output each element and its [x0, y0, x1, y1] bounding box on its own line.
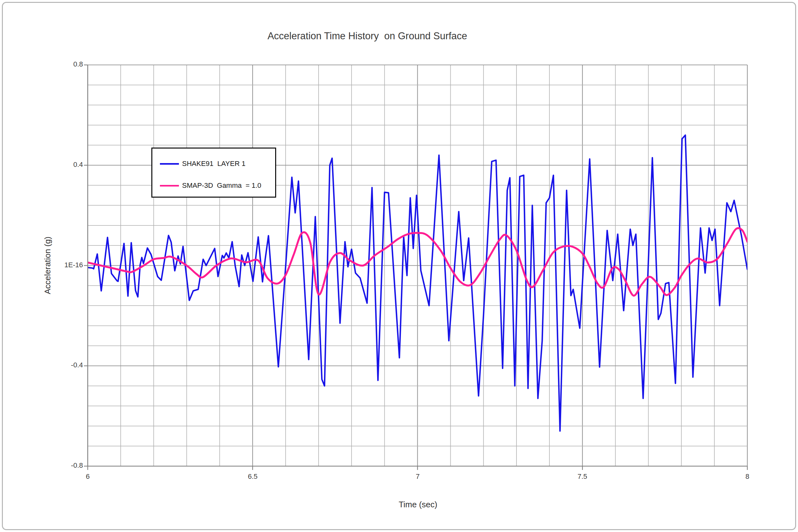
legend-entry-shake91: SHAKE91 LAYER 1	[160, 159, 274, 169]
chart-canvas: Acceleration Time History on Ground Surf…	[0, 0, 798, 532]
x-axis-title: Time (sec)	[355, 500, 481, 510]
y-tick-label-neg0.8: -0.8	[42, 461, 83, 470]
plot-area	[0, 0, 798, 532]
chart-title: Acceleration Time History on Ground Surf…	[177, 31, 557, 42]
x-tick-label-6: 6	[65, 473, 110, 481]
x-tick-label-7.5: 7.5	[560, 473, 605, 481]
x-tick-label-6.5: 6.5	[230, 473, 275, 481]
legend-line-sample-blue	[160, 163, 179, 165]
x-tick-label-8: 8	[725, 473, 770, 481]
y-tick-label-neg0.4: -0.4	[42, 361, 83, 369]
legend-box: SHAKE91 LAYER 1 SMAP-3D Gamma = 1.0	[151, 148, 276, 197]
y-tick-label-0.4: 0.4	[42, 160, 83, 169]
y-axis-title: Acceleration (g)	[43, 202, 54, 329]
legend-line-sample-pink	[160, 185, 179, 187]
y-tick-label-0.8: 0.8	[42, 60, 83, 69]
legend-label-smap3d: SMAP-3D Gamma = 1.0	[182, 182, 261, 190]
legend-entry-smap3d: SMAP-3D Gamma = 1.0	[160, 181, 274, 190]
legend-label-shake91: SHAKE91 LAYER 1	[182, 159, 245, 168]
x-tick-label-7: 7	[396, 473, 440, 481]
